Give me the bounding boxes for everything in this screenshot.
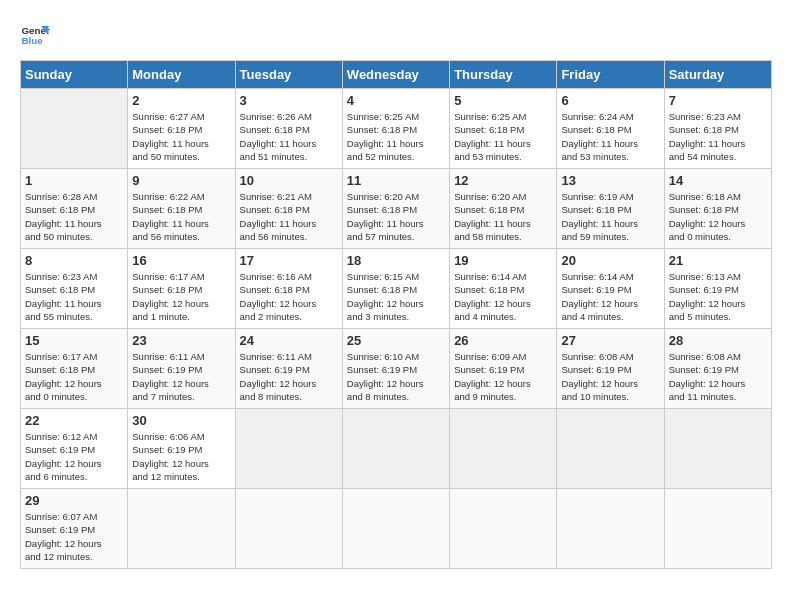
calendar-cell	[21, 89, 128, 169]
day-number: 29	[25, 493, 123, 508]
day-number: 14	[669, 173, 767, 188]
day-number: 24	[240, 333, 338, 348]
calendar-cell: 7Sunrise: 6:23 AM Sunset: 6:18 PM Daylig…	[664, 89, 771, 169]
day-number: 27	[561, 333, 659, 348]
calendar-cell	[557, 409, 664, 489]
day-info: Sunrise: 6:14 AM Sunset: 6:19 PM Dayligh…	[561, 270, 659, 323]
calendar-week-row: 1Sunrise: 6:28 AM Sunset: 6:18 PM Daylig…	[21, 169, 772, 249]
day-number: 16	[132, 253, 230, 268]
day-info: Sunrise: 6:21 AM Sunset: 6:18 PM Dayligh…	[240, 190, 338, 243]
calendar-cell: 12Sunrise: 6:20 AM Sunset: 6:18 PM Dayli…	[450, 169, 557, 249]
day-number: 18	[347, 253, 445, 268]
calendar-cell: 27Sunrise: 6:08 AM Sunset: 6:19 PM Dayli…	[557, 329, 664, 409]
day-number: 9	[132, 173, 230, 188]
calendar-cell: 26Sunrise: 6:09 AM Sunset: 6:19 PM Dayli…	[450, 329, 557, 409]
calendar-cell: 16Sunrise: 6:17 AM Sunset: 6:18 PM Dayli…	[128, 249, 235, 329]
column-header-tuesday: Tuesday	[235, 61, 342, 89]
day-info: Sunrise: 6:27 AM Sunset: 6:18 PM Dayligh…	[132, 110, 230, 163]
calendar-table: SundayMondayTuesdayWednesdayThursdayFrid…	[20, 60, 772, 569]
day-info: Sunrise: 6:12 AM Sunset: 6:19 PM Dayligh…	[25, 430, 123, 483]
calendar-cell: 8Sunrise: 6:23 AM Sunset: 6:18 PM Daylig…	[21, 249, 128, 329]
calendar-cell	[342, 489, 449, 569]
calendar-cell: 24Sunrise: 6:11 AM Sunset: 6:19 PM Dayli…	[235, 329, 342, 409]
calendar-cell	[450, 409, 557, 489]
day-info: Sunrise: 6:06 AM Sunset: 6:19 PM Dayligh…	[132, 430, 230, 483]
day-info: Sunrise: 6:14 AM Sunset: 6:18 PM Dayligh…	[454, 270, 552, 323]
day-number: 10	[240, 173, 338, 188]
day-info: Sunrise: 6:13 AM Sunset: 6:19 PM Dayligh…	[669, 270, 767, 323]
calendar-cell: 6Sunrise: 6:24 AM Sunset: 6:18 PM Daylig…	[557, 89, 664, 169]
day-info: Sunrise: 6:18 AM Sunset: 6:18 PM Dayligh…	[669, 190, 767, 243]
calendar-cell: 14Sunrise: 6:18 AM Sunset: 6:18 PM Dayli…	[664, 169, 771, 249]
calendar-cell: 28Sunrise: 6:08 AM Sunset: 6:19 PM Dayli…	[664, 329, 771, 409]
day-info: Sunrise: 6:23 AM Sunset: 6:18 PM Dayligh…	[669, 110, 767, 163]
day-info: Sunrise: 6:09 AM Sunset: 6:19 PM Dayligh…	[454, 350, 552, 403]
calendar-header-row: SundayMondayTuesdayWednesdayThursdayFrid…	[21, 61, 772, 89]
day-info: Sunrise: 6:08 AM Sunset: 6:19 PM Dayligh…	[561, 350, 659, 403]
day-info: Sunrise: 6:24 AM Sunset: 6:18 PM Dayligh…	[561, 110, 659, 163]
day-info: Sunrise: 6:25 AM Sunset: 6:18 PM Dayligh…	[347, 110, 445, 163]
calendar-cell	[450, 489, 557, 569]
day-info: Sunrise: 6:11 AM Sunset: 6:19 PM Dayligh…	[132, 350, 230, 403]
column-header-thursday: Thursday	[450, 61, 557, 89]
calendar-cell: 5Sunrise: 6:25 AM Sunset: 6:18 PM Daylig…	[450, 89, 557, 169]
day-number: 7	[669, 93, 767, 108]
day-number: 25	[347, 333, 445, 348]
column-header-monday: Monday	[128, 61, 235, 89]
day-number: 15	[25, 333, 123, 348]
column-header-sunday: Sunday	[21, 61, 128, 89]
calendar-cell: 1Sunrise: 6:28 AM Sunset: 6:18 PM Daylig…	[21, 169, 128, 249]
svg-text:Blue: Blue	[22, 35, 44, 46]
calendar-cell: 9Sunrise: 6:22 AM Sunset: 6:18 PM Daylig…	[128, 169, 235, 249]
day-number: 20	[561, 253, 659, 268]
day-number: 6	[561, 93, 659, 108]
calendar-cell: 11Sunrise: 6:20 AM Sunset: 6:18 PM Dayli…	[342, 169, 449, 249]
day-number: 2	[132, 93, 230, 108]
day-number: 11	[347, 173, 445, 188]
calendar-cell	[557, 489, 664, 569]
day-info: Sunrise: 6:28 AM Sunset: 6:18 PM Dayligh…	[25, 190, 123, 243]
day-info: Sunrise: 6:16 AM Sunset: 6:18 PM Dayligh…	[240, 270, 338, 323]
calendar-cell: 21Sunrise: 6:13 AM Sunset: 6:19 PM Dayli…	[664, 249, 771, 329]
day-info: Sunrise: 6:10 AM Sunset: 6:19 PM Dayligh…	[347, 350, 445, 403]
calendar-cell: 4Sunrise: 6:25 AM Sunset: 6:18 PM Daylig…	[342, 89, 449, 169]
calendar-week-row: 8Sunrise: 6:23 AM Sunset: 6:18 PM Daylig…	[21, 249, 772, 329]
calendar-cell: 13Sunrise: 6:19 AM Sunset: 6:18 PM Dayli…	[557, 169, 664, 249]
calendar-cell: 25Sunrise: 6:10 AM Sunset: 6:19 PM Dayli…	[342, 329, 449, 409]
day-number: 4	[347, 93, 445, 108]
column-header-wednesday: Wednesday	[342, 61, 449, 89]
day-info: Sunrise: 6:26 AM Sunset: 6:18 PM Dayligh…	[240, 110, 338, 163]
calendar-cell	[342, 409, 449, 489]
calendar-week-row: 22Sunrise: 6:12 AM Sunset: 6:19 PM Dayli…	[21, 409, 772, 489]
calendar-cell	[664, 489, 771, 569]
calendar-week-row: 15Sunrise: 6:17 AM Sunset: 6:18 PM Dayli…	[21, 329, 772, 409]
column-header-saturday: Saturday	[664, 61, 771, 89]
day-number: 21	[669, 253, 767, 268]
day-info: Sunrise: 6:23 AM Sunset: 6:18 PM Dayligh…	[25, 270, 123, 323]
day-number: 3	[240, 93, 338, 108]
day-info: Sunrise: 6:17 AM Sunset: 6:18 PM Dayligh…	[25, 350, 123, 403]
day-number: 5	[454, 93, 552, 108]
calendar-cell: 20Sunrise: 6:14 AM Sunset: 6:19 PM Dayli…	[557, 249, 664, 329]
day-info: Sunrise: 6:07 AM Sunset: 6:19 PM Dayligh…	[25, 510, 123, 563]
day-number: 23	[132, 333, 230, 348]
page-header: General Blue	[20, 20, 772, 50]
day-number: 28	[669, 333, 767, 348]
day-number: 13	[561, 173, 659, 188]
calendar-cell	[235, 409, 342, 489]
day-info: Sunrise: 6:19 AM Sunset: 6:18 PM Dayligh…	[561, 190, 659, 243]
column-header-friday: Friday	[557, 61, 664, 89]
calendar-cell: 2Sunrise: 6:27 AM Sunset: 6:18 PM Daylig…	[128, 89, 235, 169]
calendar-cell: 30Sunrise: 6:06 AM Sunset: 6:19 PM Dayli…	[128, 409, 235, 489]
logo: General Blue	[20, 20, 50, 50]
day-info: Sunrise: 6:08 AM Sunset: 6:19 PM Dayligh…	[669, 350, 767, 403]
day-number: 22	[25, 413, 123, 428]
calendar-week-row: 2Sunrise: 6:27 AM Sunset: 6:18 PM Daylig…	[21, 89, 772, 169]
day-number: 12	[454, 173, 552, 188]
calendar-cell: 15Sunrise: 6:17 AM Sunset: 6:18 PM Dayli…	[21, 329, 128, 409]
day-info: Sunrise: 6:22 AM Sunset: 6:18 PM Dayligh…	[132, 190, 230, 243]
day-number: 8	[25, 253, 123, 268]
calendar-cell: 29Sunrise: 6:07 AM Sunset: 6:19 PM Dayli…	[21, 489, 128, 569]
calendar-cell: 3Sunrise: 6:26 AM Sunset: 6:18 PM Daylig…	[235, 89, 342, 169]
day-info: Sunrise: 6:11 AM Sunset: 6:19 PM Dayligh…	[240, 350, 338, 403]
